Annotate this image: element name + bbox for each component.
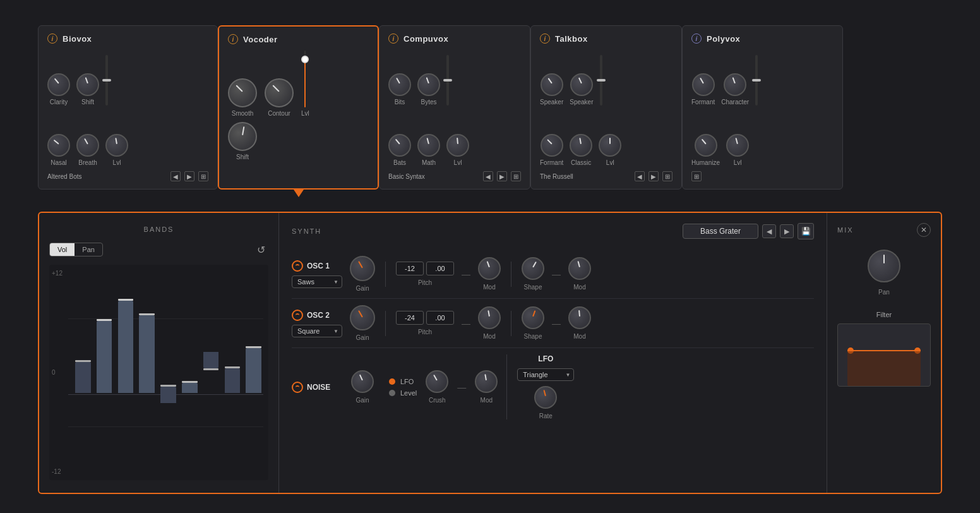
compuvox-next-btn[interactable]: ▶	[497, 171, 507, 181]
band-bar-1[interactable]	[73, 270, 93, 475]
noise-gain-knob[interactable]	[351, 370, 374, 393]
osc1-power-btn[interactable]	[292, 260, 303, 272]
vocoder-info-icon[interactable]: i	[228, 34, 238, 44]
mix-title: MIX	[837, 226, 854, 234]
band-bar-5[interactable]	[158, 270, 178, 475]
band-bar-9[interactable]	[244, 270, 263, 475]
osc1-type-select[interactable]: Saws Sine Square Triangle	[292, 275, 342, 288]
band-bar-7[interactable]	[201, 270, 221, 475]
mix-pan-knob[interactable]	[868, 250, 900, 282]
polyvox-info-icon[interactable]: i	[691, 33, 702, 44]
band-bar-4[interactable]	[137, 270, 157, 475]
synth-next-preset-btn[interactable]: ▶	[780, 224, 794, 238]
noise-gain-label: Gain	[356, 397, 369, 404]
mix-pan-group: Pan	[868, 250, 900, 296]
osc2-gain-knob[interactable]	[350, 305, 375, 330]
osc2-type-select[interactable]: Square Saws Sine Triangle	[292, 325, 342, 337]
biovox-shift-knob[interactable]	[76, 73, 99, 96]
biovox-info-icon[interactable]: i	[47, 33, 57, 44]
noise-power-btn[interactable]	[292, 382, 303, 393]
synth-save-preset-btn[interactable]: 💾	[798, 223, 814, 239]
talkbox-formant-knob[interactable]	[541, 134, 563, 157]
compuvox-prev-btn[interactable]: ◀	[483, 171, 493, 181]
talkbox-settings-btn[interactable]: ⊞	[662, 171, 672, 181]
osc2-shapemod-knob[interactable]	[568, 306, 591, 329]
band-bar-6[interactable]	[180, 270, 200, 475]
osc2-shape-knob[interactable]	[522, 306, 544, 329]
biovox-lvl-slider[interactable]	[105, 55, 108, 106]
biovox-bvlvl-knob[interactable]	[105, 134, 128, 157]
compuvox-math-knob[interactable]	[417, 134, 440, 157]
noise-crush-knob[interactable]	[426, 370, 448, 393]
lfo-rate-knob[interactable]	[534, 386, 557, 409]
compuvox-bytes-knob[interactable]	[417, 73, 440, 96]
osc2-shape-label: Shape	[524, 333, 542, 340]
talkbox-lvl-slider[interactable]	[600, 55, 602, 106]
biovox-nasal-knob[interactable]	[47, 134, 70, 157]
filter-display[interactable]	[837, 323, 931, 387]
bands-vol-btn[interactable]: Vol	[50, 243, 75, 256]
talkbox-prev-btn[interactable]: ◀	[635, 171, 645, 181]
talkbox-classic-knob[interactable]	[570, 134, 592, 157]
osc2-pitch-coarse[interactable]	[396, 311, 424, 325]
talkbox-speaker1-knob[interactable]	[541, 73, 563, 96]
vocoder-knobs-bottom: Shift	[228, 122, 369, 160]
mix-close-btn[interactable]: ✕	[917, 223, 931, 237]
talkbox-speaker1-label: Speaker	[540, 99, 563, 106]
compuvox-cvlvl-knob[interactable]	[446, 134, 469, 157]
polyvox-character-label: Character	[721, 99, 749, 106]
lfo-rate-group: Rate	[534, 386, 557, 419]
bands-refresh-btn[interactable]: ↺	[253, 242, 268, 257]
biovox-next-btn[interactable]: ▶	[184, 171, 194, 181]
polyvox-formant-knob[interactable]	[692, 73, 715, 96]
osc2-mod-knob[interactable]	[478, 306, 501, 329]
polyvox-pvlvl-knob[interactable]	[726, 134, 749, 157]
talkbox-tbvlvl-knob[interactable]	[599, 134, 621, 157]
osc1-mod-knob[interactable]	[478, 257, 501, 280]
compuvox-bits-knob[interactable]	[388, 73, 411, 96]
talkbox-speaker2-label: Speaker	[570, 99, 593, 106]
compuvox-bytes-label: Bytes	[421, 99, 436, 106]
talkbox-speaker2-knob[interactable]	[570, 73, 593, 96]
vocoder-lvl-track[interactable]	[304, 51, 306, 107]
polyvox-humanize-knob[interactable]	[695, 134, 717, 157]
osc2-pitch-fine[interactable]	[426, 311, 454, 325]
compuvox-bats-knob[interactable]	[388, 134, 411, 157]
polyvox-settings-btn[interactable]: ⊞	[691, 171, 702, 181]
vocoder-shift-knob[interactable]	[228, 122, 257, 151]
compuvox-settings-btn[interactable]: ⊞	[511, 171, 521, 181]
vocoder-contour-knob[interactable]	[265, 78, 294, 107]
osc1-pitch-coarse[interactable]	[396, 262, 424, 275]
osc2-row: OSC 2 Square Saws Sine Triangle Gain	[292, 299, 814, 348]
band-bar-8[interactable]	[222, 270, 242, 475]
noise-mod-knob[interactable]	[475, 370, 498, 393]
osc2-power-btn[interactable]	[292, 310, 303, 321]
biovox-prev-btn[interactable]: ◀	[170, 171, 181, 181]
vocoder-smooth-knob[interactable]	[228, 78, 257, 107]
polyvox-formant-group: Formant	[691, 73, 715, 106]
biovox-settings-btn[interactable]: ⊞	[198, 171, 208, 181]
osc1-type-wrapper: Saws Sine Square Triangle	[292, 275, 342, 288]
osc1-shapemod-knob[interactable]	[568, 257, 591, 280]
lfo-type-select[interactable]: Triangle Sine Square Saw Random	[517, 368, 574, 381]
osc1-shape-knob[interactable]	[522, 257, 544, 280]
compuvox-lvl-slider[interactable]	[446, 55, 449, 106]
talkbox-info-icon[interactable]: i	[540, 33, 550, 44]
osc1-pitch-fine[interactable]	[426, 262, 454, 275]
bands-chart: +12 0 -12	[49, 265, 268, 480]
band-bar-2[interactable]	[95, 270, 114, 475]
bands-pan-btn[interactable]: Pan	[75, 243, 102, 256]
talkbox-next-btn[interactable]: ▶	[648, 171, 659, 181]
osc1-gain-knob[interactable]	[350, 256, 375, 281]
polyvox-character-knob[interactable]	[724, 73, 746, 96]
plugin-panel-vocoder: i Vocoder Smooth Contour Lvl	[218, 25, 379, 190]
polyvox-lvl-slider[interactable]	[755, 55, 758, 106]
biovox-bvlvl-label: Lvl	[113, 159, 121, 166]
biovox-breath-knob[interactable]	[76, 134, 99, 157]
band-bar-3[interactable]	[116, 270, 136, 475]
biovox-clarity-knob[interactable]	[47, 73, 70, 96]
lfo-level-label: Level	[400, 389, 417, 397]
synth-prev-preset-btn[interactable]: ◀	[762, 224, 776, 238]
biovox-footer: Altered Bots ◀ ▶ ⊞	[47, 171, 208, 181]
compuvox-info-icon[interactable]: i	[388, 33, 398, 44]
